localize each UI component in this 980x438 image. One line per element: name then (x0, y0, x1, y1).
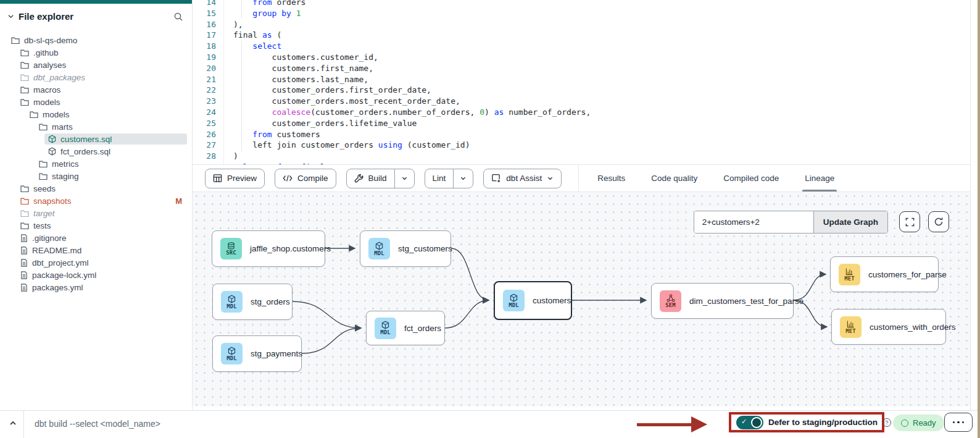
toggle-knob (751, 417, 762, 428)
tree-item-marts[interactable]: marts (0, 120, 192, 133)
chevron-down-icon[interactable] (7, 13, 14, 20)
fullscreen-button[interactable] (899, 211, 920, 232)
code-editor[interactable]: 14 from orders15 group by 116),17final a… (193, 0, 970, 165)
line-number: 26 (193, 129, 216, 140)
tree-item--github[interactable]: .github (0, 46, 192, 59)
lineage-node-dim_customers_test_for_parse[interactable]: SEMdim_customers_test_for_parse (651, 283, 794, 319)
lineage-node-stg_orders[interactable]: MDLstg_orders (212, 284, 293, 320)
node-label: jaffle_shop.customers (250, 244, 331, 253)
tree-item-target[interactable]: target (0, 207, 192, 219)
node-type-badge: SRC (220, 238, 242, 259)
dot-icon (957, 421, 960, 424)
lint-dropdown-button[interactable] (453, 169, 473, 188)
preview-label: Preview (227, 174, 257, 183)
folder-icon (39, 172, 48, 180)
tree-item-analyses[interactable]: analyses (0, 59, 192, 71)
lineage-node-customers_with_orders[interactable]: METcustomers_with_orders (831, 309, 946, 345)
code-line-26: 26 from customers (193, 129, 970, 140)
node-label: customers_for_parse (868, 270, 947, 279)
status-label: Ready (913, 418, 936, 427)
tree-item-package-lock-yml[interactable]: package-lock.yml (0, 269, 192, 281)
tab-results[interactable]: Results (597, 165, 625, 192)
tree-item-macros[interactable]: macros (0, 83, 192, 96)
tree-item-db-sl-qs-demo[interactable]: db-sl-qs-demo (0, 34, 192, 46)
folder-icon (20, 49, 29, 57)
model-cube-icon (375, 242, 383, 250)
fullscreen-icon (905, 217, 915, 227)
compile-button[interactable]: Compile (275, 169, 336, 188)
tab-compiled-code[interactable]: Compiled code (723, 165, 779, 192)
preview-button[interactable]: Preview (205, 169, 265, 188)
check-icon: ✓ (741, 418, 747, 426)
refresh-icon (934, 217, 944, 227)
node-type-badge: MDL (503, 290, 525, 311)
tree-item--gitignore[interactable]: .gitignore (0, 232, 192, 244)
line-number: 19 (193, 52, 216, 63)
folder-icon (20, 61, 29, 69)
tree-item-label: seeds (33, 184, 56, 193)
tab-lineage[interactable]: Lineage (805, 165, 834, 192)
lineage-node-customers[interactable]: MDLcustomers (494, 281, 572, 320)
help-icon[interactable]: ? (882, 418, 891, 427)
lineage-node-stg_payments[interactable]: MDLstg_payments (212, 335, 302, 372)
search-icon[interactable] (173, 12, 183, 22)
tree-item-customers-sql[interactable]: customers.sql (0, 133, 192, 145)
tree-item-label: macros (33, 85, 60, 95)
lint-label: Lint (433, 174, 446, 183)
build-button[interactable]: Build (347, 169, 394, 188)
tree-item-seeds[interactable]: seeds (0, 182, 192, 195)
semantic-model-icon (666, 294, 675, 302)
line-number: 22 (193, 85, 216, 96)
tree-item-label: db-sl-qs-demo (24, 36, 77, 45)
tree-item-label: analyses (33, 61, 66, 70)
node-label: stg_payments (251, 349, 302, 358)
command-input[interactable]: dbt build --select <model_name> (35, 419, 160, 429)
lint-split-button: Lint (425, 169, 474, 188)
tree-item-models[interactable]: models (0, 96, 192, 108)
lint-button[interactable]: Lint (425, 169, 454, 188)
dbt-cloud-ide-window: File explorer db-sl-qs-demo.githubanalys… (0, 0, 978, 438)
tree-item-label: tests (33, 221, 51, 230)
code-line-27: 27 left join customer_orders using (cust… (193, 140, 970, 151)
lineage-node-fct_orders[interactable]: MDLfct_orders (366, 311, 445, 345)
chevron-up-icon[interactable] (9, 419, 17, 427)
lineage-filter-input[interactable] (694, 211, 813, 233)
tree-item-readme-md[interactable]: README.md (0, 244, 192, 256)
defer-label: Defer to staging/production (768, 418, 878, 427)
node-label: customers (533, 296, 571, 305)
node-label: customers_with_orders (870, 322, 956, 332)
tree-item-label: customers.sql (60, 135, 112, 144)
connection-status-badge[interactable]: Ready (893, 415, 944, 431)
lineage-node-jaffle_shop_customers[interactable]: SRCjaffle_shop.customers (212, 230, 325, 267)
tree-item-dbt-project-yml[interactable]: dbt_project.yml (0, 256, 192, 269)
chevron-down-icon (460, 175, 467, 182)
tree-item-label: README.md (32, 246, 81, 255)
tree-item-tests[interactable]: tests (0, 219, 192, 232)
build-dropdown-button[interactable] (394, 169, 414, 188)
modified-badge: M (175, 196, 192, 206)
tree-item-fct-orders-sql[interactable]: fct_orders.sql (0, 145, 192, 158)
tree-item-metrics[interactable]: metrics (0, 158, 192, 170)
model-cube-icon (510, 293, 518, 302)
update-graph-button[interactable]: Update Graph (813, 211, 887, 233)
ide-action-toolbar: Preview Compile Build (193, 165, 970, 192)
tree-item-packages-yml[interactable]: packages.yml (0, 281, 192, 293)
tree-item-models[interactable]: models (0, 108, 192, 120)
lineage-node-stg_customers[interactable]: MDLstg_customers (360, 230, 451, 267)
folder-icon (39, 123, 48, 131)
node-type-badge: MDL (368, 238, 390, 259)
code-line-20: 20 customers.first_name, (193, 63, 970, 74)
tree-item-staging[interactable]: staging (0, 170, 192, 182)
tree-item-label: package-lock.yml (32, 271, 96, 280)
defer-toggle[interactable]: ✓ (736, 416, 763, 429)
folder-icon (20, 185, 29, 193)
refresh-graph-button[interactable] (928, 211, 949, 232)
tree-item-snapshots[interactable]: snapshotsM (0, 195, 192, 207)
dbt-assist-button[interactable]: dbt Assist (483, 169, 562, 188)
file-icon (20, 246, 28, 255)
tab-code-quality[interactable]: Code quality (651, 165, 697, 192)
lineage-node-customers_for_parse[interactable]: METcustomers_for_parse (830, 256, 939, 292)
more-options-button[interactable] (944, 413, 973, 432)
toolbar-divider (578, 165, 579, 192)
tree-item-dbt-packages[interactable]: dbt_packages (0, 71, 192, 83)
